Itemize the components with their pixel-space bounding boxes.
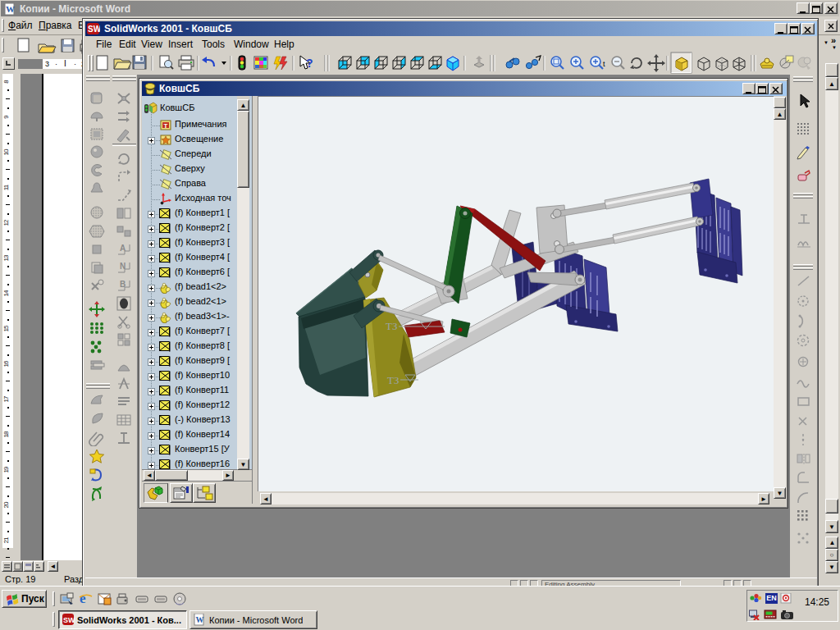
svg-text:SW: SW <box>63 616 75 624</box>
svg-text:ТЗ: ТЗ <box>386 320 397 332</box>
svg-text:W: W <box>6 4 15 14</box>
svg-text:W: W <box>196 615 204 624</box>
svg-text:A: A <box>120 244 126 253</box>
svg-text:SW: SW <box>88 25 100 34</box>
svg-text:ТЗ: ТЗ <box>387 374 399 386</box>
svg-text:T: T <box>164 122 168 130</box>
svg-text:t: t <box>603 60 605 68</box>
svg-text:N: N <box>120 262 126 271</box>
svg-text:B: B <box>120 280 126 289</box>
svg-text:e: e <box>80 591 86 606</box>
svg-text:?: ? <box>306 57 313 70</box>
